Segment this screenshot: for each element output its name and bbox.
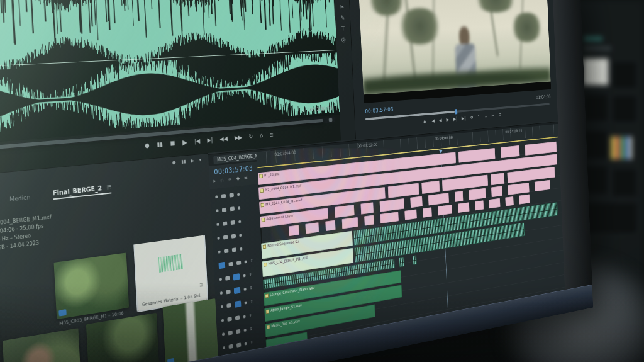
keyframe-toggle-icon[interactable]: ↕ xyxy=(249,272,252,277)
timeline-clip[interactable] xyxy=(535,180,551,192)
project-tab[interactable]: Final_BERGE_2≣ xyxy=(53,183,112,200)
menu-icon[interactable]: ≣ xyxy=(269,132,274,137)
track-enable-icon[interactable] xyxy=(231,234,236,238)
scrubber-playhead[interactable] xyxy=(455,109,458,114)
track-target-icon[interactable] xyxy=(234,286,241,294)
timeline-clip[interactable] xyxy=(364,215,374,225)
sync-lock-icon[interactable] xyxy=(227,317,231,322)
loop-icon[interactable]: ↻ xyxy=(470,115,474,120)
home-icon[interactable]: ⌂ xyxy=(260,133,263,139)
timeline-clip[interactable] xyxy=(380,212,399,223)
go-to-out-icon[interactable]: ▶‖ xyxy=(462,116,466,121)
fast-forward-icon[interactable]: ▶▶ xyxy=(235,135,242,141)
export-frame-icon[interactable]: ✂ xyxy=(491,113,494,118)
timeline-clip[interactable] xyxy=(341,217,358,229)
mute-icon[interactable] xyxy=(238,220,241,223)
track-enable-icon[interactable] xyxy=(230,206,235,211)
panel-menu-icon[interactable]: ▾ xyxy=(199,158,202,163)
step-forward-icon[interactable]: ▶| xyxy=(453,116,458,122)
prev-frame-icon[interactable]: |◀ xyxy=(194,138,200,144)
mute-icon[interactable] xyxy=(243,274,245,277)
loop-icon[interactable]: ↻ xyxy=(249,133,253,140)
timeline-clip[interactable] xyxy=(410,196,423,208)
track-enable-icon[interactable] xyxy=(231,220,235,224)
add-marker-icon[interactable]: ◆ xyxy=(236,176,240,181)
media-thumbnail[interactable] xyxy=(3,328,81,362)
insert-icon[interactable]: ▸ xyxy=(213,178,216,184)
lock-icon[interactable] xyxy=(216,223,219,226)
razor-icon[interactable]: ✂ xyxy=(340,4,345,10)
mute-icon[interactable] xyxy=(244,328,247,331)
sync-lock-icon[interactable] xyxy=(228,331,232,336)
timeline-clip[interactable] xyxy=(519,194,530,204)
media-thumbnail[interactable]: Gesamtes Material – 1:06 Std. xyxy=(135,235,207,311)
timeline-clip[interactable] xyxy=(325,220,335,232)
timeline-clip[interactable] xyxy=(428,193,449,205)
pause-icon[interactable]: ▮▮ xyxy=(157,141,163,147)
timeline-clip[interactable] xyxy=(413,255,416,265)
timeline-clip[interactable] xyxy=(491,186,502,197)
lock-icon[interactable] xyxy=(223,346,225,349)
next-frame-icon[interactable]: ▶| xyxy=(207,137,213,144)
sync-lock-icon[interactable] xyxy=(223,221,227,225)
sync-lock-icon[interactable] xyxy=(223,235,228,239)
keyframe-toggle-icon[interactable]: ↕ xyxy=(250,286,253,291)
timeline-clip[interactable] xyxy=(438,205,453,216)
mute-icon[interactable] xyxy=(245,301,247,304)
timeline-clip[interactable] xyxy=(379,198,404,212)
linked-selection-icon[interactable]: ∞ xyxy=(228,177,231,183)
zoom-icon[interactable]: ◎ xyxy=(341,37,346,43)
timeline-clip[interactable] xyxy=(469,188,486,200)
program-timecode[interactable]: 00:03:57:03 xyxy=(365,106,394,115)
timeline-clip[interactable] xyxy=(489,198,500,209)
keyframe-toggle-icon[interactable]: ↕ xyxy=(250,258,253,263)
program-video-frame[interactable] xyxy=(358,0,551,103)
timeline-clip[interactable] xyxy=(288,225,299,236)
project-tab[interactable]: Medien xyxy=(9,193,31,204)
lock-icon[interactable] xyxy=(215,195,218,198)
mute-icon[interactable] xyxy=(239,234,242,237)
lock-icon[interactable] xyxy=(222,332,225,336)
track-enable-icon[interactable] xyxy=(232,247,236,252)
track-enable-icon[interactable] xyxy=(236,260,241,264)
keyframe-toggle-icon[interactable]: ↕ xyxy=(249,313,252,318)
play-preview-icon[interactable]: ▶ xyxy=(191,159,194,164)
lock-icon[interactable] xyxy=(218,250,221,253)
mute-icon[interactable] xyxy=(245,260,247,263)
lift-icon[interactable]: ↑ xyxy=(477,115,480,120)
timeline-clip[interactable] xyxy=(360,202,374,214)
sync-lock-icon[interactable] xyxy=(225,276,230,280)
track-enable-icon[interactable] xyxy=(236,342,241,348)
timeline-clip[interactable] xyxy=(505,196,514,206)
sync-lock-icon[interactable] xyxy=(221,194,226,198)
lock-icon[interactable] xyxy=(219,278,222,281)
sync-lock-icon[interactable] xyxy=(222,207,226,212)
media-thumbnail[interactable] xyxy=(54,252,130,319)
settings-icon[interactable]: ≣ xyxy=(244,175,248,181)
track-enable-icon[interactable] xyxy=(229,193,233,197)
lock-icon[interactable] xyxy=(221,305,223,308)
icon-view-icon[interactable]: ▮▮ xyxy=(181,159,186,164)
timeline-clip[interactable] xyxy=(421,181,440,194)
timeline-clip[interactable] xyxy=(305,222,319,234)
timeline-clip[interactable] xyxy=(458,148,496,163)
settings-icon[interactable]: ≣ xyxy=(498,113,501,117)
timeline-clip[interactable] xyxy=(404,209,417,220)
step-back-icon[interactable]: ◀ xyxy=(439,118,442,123)
rewind-icon[interactable]: ◀◀ xyxy=(219,136,228,142)
keyframe-toggle-icon[interactable]: ↕ xyxy=(250,326,253,331)
list-view-icon[interactable]: ● xyxy=(172,160,176,165)
sync-lock-icon[interactable] xyxy=(226,303,231,308)
stop-icon[interactable]: ■ xyxy=(170,140,175,147)
go-to-in-icon[interactable]: |◀ xyxy=(431,118,435,123)
timeline-clip[interactable] xyxy=(423,207,432,218)
mute-icon[interactable] xyxy=(245,342,247,345)
lock-icon[interactable] xyxy=(217,236,219,239)
media-thumbnail[interactable] xyxy=(163,298,218,362)
lock-icon[interactable] xyxy=(216,209,218,212)
mute-icon[interactable] xyxy=(240,247,242,250)
timeline-clip[interactable] xyxy=(475,200,484,210)
track-enable-icon[interactable] xyxy=(235,315,240,320)
mute-icon[interactable] xyxy=(243,315,246,318)
mute-icon[interactable] xyxy=(237,193,240,196)
